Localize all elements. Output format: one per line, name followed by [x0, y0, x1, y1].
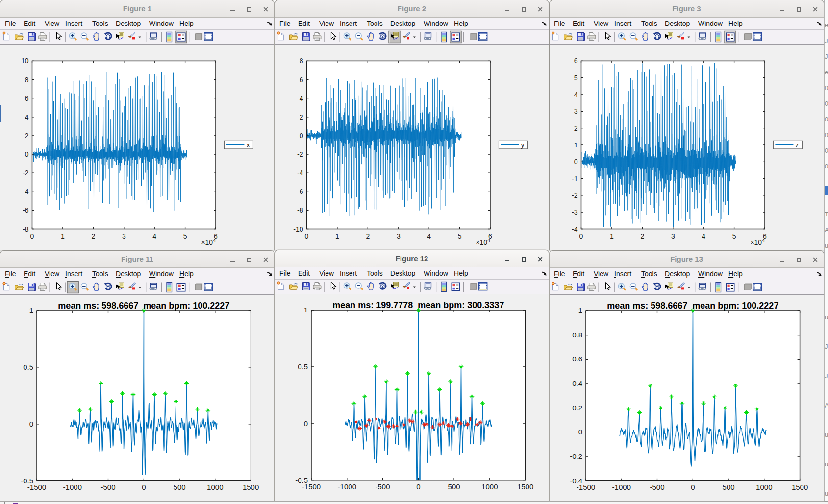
svg-text:-4: -4 — [572, 225, 578, 233]
svg-text:2: 2 — [300, 113, 303, 121]
svg-text:10: 10 — [21, 57, 29, 65]
svg-text:-1500: -1500 — [302, 482, 321, 491]
svg-text:-500: -500 — [100, 483, 115, 491]
svg-text:mean ms: 598.6667 mean bpm: 1: mean ms: 598.6667 mean bpm: 100.2227 — [58, 301, 229, 311]
svg-text:2: 2 — [640, 232, 644, 240]
svg-text:500: 500 — [723, 483, 735, 491]
svg-text:-1500: -1500 — [577, 483, 595, 491]
svg-text:1500: 1500 — [517, 482, 533, 491]
svg-text:4: 4 — [702, 232, 705, 240]
svg-text:0: 0 — [579, 232, 583, 240]
svg-text:4: 4 — [300, 95, 303, 102]
svg-text:1: 1 — [61, 232, 65, 240]
svg-text:1500: 1500 — [243, 483, 259, 491]
svg-text:3: 3 — [397, 232, 401, 240]
svg-text:0: 0 — [578, 428, 582, 436]
svg-text:×104: ×104 — [476, 238, 490, 246]
svg-text:0.5: 0.5 — [298, 362, 308, 371]
svg-text:-8: -8 — [297, 206, 303, 214]
svg-text:8: 8 — [25, 76, 29, 84]
svg-text:0.4: 0.4 — [572, 379, 582, 387]
svg-text:3: 3 — [671, 232, 675, 240]
svg-text:0.2: 0.2 — [572, 404, 582, 412]
svg-text:4: 4 — [25, 113, 29, 121]
svg-text:4: 4 — [152, 232, 156, 240]
svg-text:1: 1 — [29, 306, 33, 314]
svg-text:0.8: 0.8 — [572, 331, 582, 339]
svg-text:-6: -6 — [297, 188, 303, 195]
svg-text:1: 1 — [574, 141, 578, 149]
svg-text:-500: -500 — [375, 482, 390, 491]
svg-text:mean ms: 598.6667 mean bpm: 1: mean ms: 598.6667 mean bpm: 100.2227 — [607, 301, 778, 311]
svg-text:-1: -1 — [572, 175, 578, 183]
svg-text:-1000: -1000 — [338, 482, 356, 491]
svg-text:-1500: -1500 — [27, 483, 46, 491]
svg-text:-0.2: -0.2 — [570, 452, 582, 460]
svg-text:0: 0 — [25, 150, 29, 158]
svg-text:-3: -3 — [572, 208, 578, 216]
svg-text:5: 5 — [732, 232, 736, 240]
svg-text:-4: -4 — [297, 169, 303, 177]
svg-text:-10: -10 — [293, 225, 303, 233]
svg-text:mean ms: 199.7778 mean bpm: 3: mean ms: 199.7778 mean bpm: 300.3337 — [332, 300, 504, 310]
svg-text:×104: ×104 — [750, 238, 765, 246]
svg-text:y: y — [521, 141, 525, 149]
svg-text:3: 3 — [122, 232, 126, 240]
svg-text:-2: -2 — [572, 192, 578, 199]
svg-text:0: 0 — [304, 419, 308, 428]
svg-text:4: 4 — [574, 91, 578, 98]
svg-text:0.6: 0.6 — [572, 355, 582, 363]
svg-text:0: 0 — [691, 483, 695, 491]
svg-text:5: 5 — [574, 74, 578, 82]
svg-text:500: 500 — [174, 483, 186, 491]
svg-text:-8: -8 — [23, 225, 29, 233]
svg-text:1500: 1500 — [792, 483, 808, 491]
svg-text:-4: -4 — [23, 188, 29, 195]
svg-text:500: 500 — [448, 482, 460, 491]
svg-text:x: x — [247, 141, 250, 149]
svg-text:0: 0 — [305, 232, 309, 240]
svg-text:1: 1 — [304, 306, 308, 314]
svg-text:z: z — [796, 141, 799, 149]
svg-text:5: 5 — [458, 232, 462, 240]
svg-text:0: 0 — [29, 420, 33, 428]
svg-text:1000: 1000 — [207, 483, 223, 491]
svg-text:2: 2 — [366, 232, 370, 240]
svg-text:-1000: -1000 — [612, 483, 631, 491]
svg-text:6: 6 — [574, 57, 578, 65]
svg-text:0: 0 — [30, 232, 34, 240]
svg-text:8: 8 — [300, 57, 303, 65]
svg-text:-2: -2 — [23, 169, 29, 177]
svg-text:6: 6 — [25, 95, 29, 102]
svg-text:1: 1 — [335, 232, 339, 240]
svg-text:×104: ×104 — [201, 238, 216, 246]
svg-text:-6: -6 — [23, 206, 29, 214]
svg-text:1000: 1000 — [756, 483, 772, 491]
svg-text:1: 1 — [610, 232, 614, 240]
svg-text:-1000: -1000 — [63, 483, 82, 491]
svg-text:4: 4 — [427, 232, 431, 240]
svg-text:-2: -2 — [297, 150, 303, 158]
svg-text:6: 6 — [300, 76, 303, 84]
svg-text:2: 2 — [25, 132, 29, 140]
svg-text:1: 1 — [578, 306, 582, 314]
svg-text:0: 0 — [300, 132, 303, 140]
svg-text:-500: -500 — [650, 483, 664, 491]
svg-text:2: 2 — [91, 232, 95, 240]
svg-text:0: 0 — [574, 158, 578, 166]
svg-text:3: 3 — [574, 107, 578, 115]
svg-text:0: 0 — [142, 483, 146, 491]
svg-text:1000: 1000 — [481, 482, 498, 491]
svg-text:0.5: 0.5 — [23, 363, 33, 371]
svg-text:0: 0 — [416, 482, 420, 491]
svg-text:2: 2 — [574, 124, 578, 132]
svg-text:5: 5 — [183, 232, 187, 240]
